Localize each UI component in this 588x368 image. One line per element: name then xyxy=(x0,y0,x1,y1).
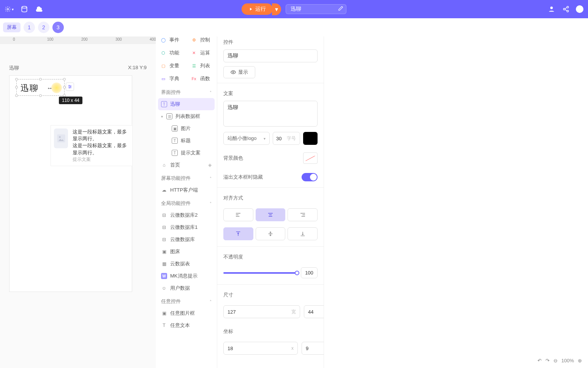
database-icon[interactable] xyxy=(20,5,29,14)
run-dropdown[interactable]: ▾ xyxy=(272,3,281,15)
user-icon[interactable] xyxy=(547,5,556,14)
run-button[interactable]: 运行 xyxy=(242,3,273,15)
avatar[interactable] xyxy=(576,5,583,13)
svg-point-1 xyxy=(22,6,27,8)
svg-point-5 xyxy=(567,10,569,12)
header-left-group: ▾ xyxy=(5,5,44,14)
svg-point-4 xyxy=(563,8,565,10)
run-button-label: 运行 xyxy=(255,6,266,13)
edit-icon[interactable] xyxy=(338,6,343,13)
svg-point-2 xyxy=(550,6,553,9)
project-title-input[interactable] xyxy=(286,4,346,14)
header-right-group xyxy=(547,5,583,14)
share-icon[interactable] xyxy=(561,5,571,14)
svg-point-3 xyxy=(567,6,569,8)
settings-dropdown[interactable]: ▾ xyxy=(5,5,14,14)
app-header: ▾ 运行 ▾ xyxy=(0,0,588,18)
svg-point-0 xyxy=(7,8,8,10)
cloud-icon[interactable] xyxy=(35,5,44,14)
header-center-group: 运行 ▾ xyxy=(242,3,346,15)
